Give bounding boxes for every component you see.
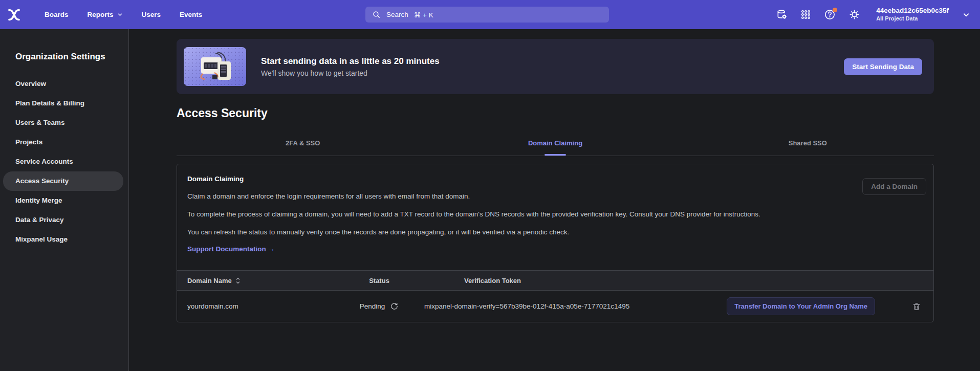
status-badge: Pending [360, 302, 385, 310]
onboarding-banner: Start sending data in as little as 20 mi… [177, 39, 934, 94]
account-chevron-down-icon[interactable] [963, 11, 970, 18]
table-header-row: Domain Name Status Verification Token [177, 270, 933, 291]
column-header-domain-name: Domain Name [187, 277, 232, 285]
nav-item-users[interactable]: Users [142, 11, 161, 18]
column-header-verification-token: Verification Token [418, 277, 933, 285]
notification-dot [833, 8, 837, 12]
project-name: All Project Data [876, 15, 949, 23]
tab-domain-claiming[interactable]: Domain Claiming [429, 134, 681, 156]
sidebar-item-identity-merge[interactable]: Identity Merge [0, 191, 123, 210]
nav-item-boards[interactable]: Boards [45, 11, 69, 18]
sort-icon[interactable] [235, 277, 241, 284]
transfer-domain-button[interactable]: Transfer Domain to Your Admin Org Name [727, 297, 875, 315]
top-nav: Boards Reports Users Events Search ⌘ + K [0, 0, 980, 29]
refresh-status-icon[interactable] [390, 302, 399, 311]
panel-description-2: To complete the process of claiming a do… [187, 209, 781, 220]
tab-shared-sso[interactable]: Shared SSO [682, 134, 934, 156]
column-header-status: Status [341, 277, 418, 285]
status-cell: Pending [341, 302, 418, 311]
nav-item-reports-label: Reports [88, 11, 114, 18]
data-settings-icon[interactable] [776, 9, 788, 20]
sidebar-item-data-privacy[interactable]: Data & Privacy [0, 210, 123, 230]
support-documentation-link[interactable]: Support Documentation → [187, 245, 275, 254]
start-sending-data-button[interactable]: Start Sending Data [844, 58, 922, 75]
onboarding-text: Start sending data in as little as 20 mi… [261, 56, 440, 77]
panel-title: Domain Claiming [177, 174, 933, 184]
sidebar-item-mixpanel-usage[interactable]: Mixpanel Usage [0, 230, 123, 249]
sidebar-item-access-security[interactable]: Access Security [3, 171, 123, 191]
panel-description-1: Claim a domain and enforce the login req… [187, 191, 781, 202]
onboarding-illustration [184, 47, 246, 86]
help-icon[interactable] [824, 9, 836, 20]
settings-sidebar: Organization Settings Overview Plan Deta… [0, 29, 129, 371]
delete-domain-icon[interactable] [912, 302, 921, 311]
sidebar-item-overview[interactable]: Overview [0, 74, 123, 94]
domains-table: Domain Name Status Verification Token yo… [177, 270, 933, 322]
domain-claiming-panel: Domain Claiming Add a Domain Claim a dom… [177, 164, 934, 322]
nav-utilities: 44eebad12c65eb0c35f All Project Data [776, 0, 970, 29]
search-shortcut: ⌘ + K [414, 11, 433, 19]
account-switcher[interactable]: 44eebad12c65eb0c35f All Project Data [876, 7, 949, 23]
tab-2fa-sso[interactable]: 2FA & SSO [177, 134, 429, 156]
chevron-down-icon [117, 12, 123, 17]
mixpanel-logo[interactable] [7, 8, 21, 21]
search-input[interactable]: Search ⌘ + K [365, 7, 609, 23]
page-title: Access Security [177, 106, 934, 120]
nav-item-events[interactable]: Events [180, 11, 202, 18]
onboarding-subtitle: We'll show you how to get started [261, 69, 440, 77]
sidebar-item-projects[interactable]: Projects [0, 133, 123, 152]
add-domain-button[interactable]: Add a Domain [862, 178, 926, 195]
domain-name-cell: yourdomain.com [177, 302, 341, 310]
org-id: 44eebad12c65eb0c35f [876, 7, 949, 15]
search-icon [372, 10, 381, 19]
access-security-tabs: 2FA & SSO Domain Claiming Shared SSO [177, 134, 934, 156]
verification-token-cell: mixpanel-domain-verify=567b39be-012f-415… [418, 302, 727, 310]
apps-grid-icon[interactable] [800, 9, 811, 20]
onboarding-title: Start sending data in as little as 20 mi… [261, 56, 440, 67]
main-area: Start sending data in as little as 20 mi… [129, 29, 980, 371]
sidebar-item-plan-details-billing[interactable]: Plan Details & Billing [0, 94, 123, 113]
gear-icon[interactable] [848, 9, 860, 20]
nav-item-reports[interactable]: Reports [88, 11, 123, 18]
panel-description-3: You can refresh the status to manually v… [187, 227, 781, 237]
row-actions: Transfer Domain to Your Admin Org Name [727, 297, 933, 315]
sidebar-title: Organization Settings [15, 52, 128, 62]
sidebar-item-users-teams[interactable]: Users & Teams [0, 113, 123, 133]
search-placeholder: Search [386, 11, 408, 18]
sidebar-item-service-accounts[interactable]: Service Accounts [0, 152, 123, 171]
table-row: yourdomain.com Pending mixpanel-domain-v… [177, 291, 933, 322]
primary-nav: Boards Reports Users Events [45, 11, 202, 18]
